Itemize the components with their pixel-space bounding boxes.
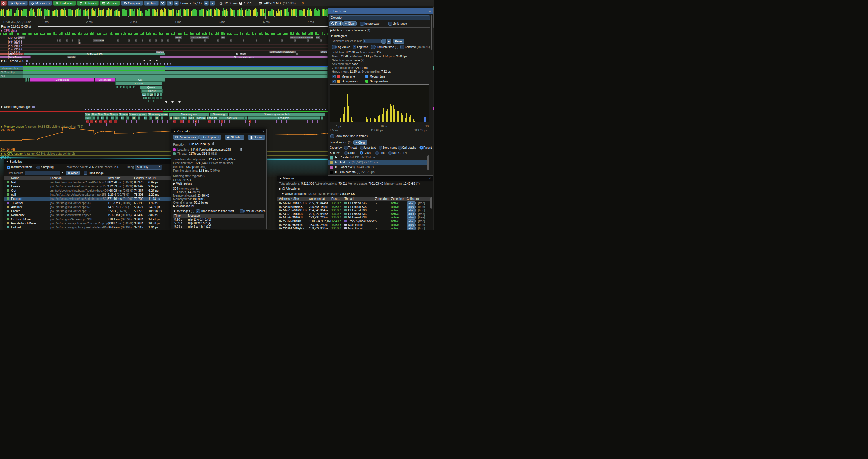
frame-bar[interactable] — [117, 9, 118, 16]
alloc-button[interactable]: alloc — [407, 227, 415, 230]
timeline-zone-bar[interactable] — [126, 116, 129, 120]
frame-bar[interactable] — [53, 11, 54, 16]
frame-bar[interactable] — [15, 13, 16, 16]
mean-time-checkbox[interactable] — [332, 75, 336, 78]
cpu-zone-k[interactable]: k — [79, 42, 81, 44]
timeline-zone-Queue[interactable]: Queue — [141, 89, 162, 93]
frame-bar[interactable] — [195, 9, 196, 16]
timeline-zone-bar[interactable] — [116, 86, 117, 89]
frame-bar[interactable] — [178, 10, 179, 16]
timeline-zone-LoU[interactable]: LoU — [173, 116, 180, 120]
frame-bar[interactable] — [207, 11, 208, 16]
frame-bar[interactable] — [0, 11, 1, 16]
frame-bar[interactable] — [309, 10, 310, 16]
cpu-zone-c[interactable] — [149, 39, 151, 42]
free-link[interactable]: [free] — [418, 223, 425, 227]
frame-bar[interactable] — [281, 10, 282, 16]
frame-bar[interactable] — [147, 11, 148, 16]
message-c-box[interactable]: C — [195, 120, 197, 123]
frame-bar[interactable] — [188, 9, 189, 16]
frame-bar[interactable] — [191, 11, 192, 16]
free-link[interactable]: [free] — [418, 216, 425, 219]
timeline-zone-Strean[interactable]: Strean — [85, 112, 91, 116]
vertical-scrollbar[interactable] — [433, 6, 434, 230]
sort-by-mtpc[interactable] — [388, 151, 392, 155]
time-relative-checkbox[interactable] — [196, 209, 200, 213]
timeline-zone-bar[interactable] — [145, 97, 146, 99]
frame-bar[interactable] — [264, 13, 265, 16]
active-allocations-toggle[interactable]: ▼ Active allocations (70,311) Memory usa… — [281, 192, 355, 195]
timeline-zone-bar[interactable] — [161, 116, 163, 120]
timeline-zone-U[interactable]: U — [100, 116, 104, 120]
frame-bar[interactable] — [312, 11, 313, 16]
statistics-button[interactable]: Statistics — [225, 135, 244, 139]
frame-bar[interactable] — [322, 9, 322, 16]
self-time-checkbox[interactable] — [400, 45, 404, 49]
frame-bar[interactable] — [155, 10, 156, 16]
frame-bar[interactable] — [233, 10, 234, 16]
cpu-zone-c[interactable] — [281, 39, 283, 42]
frame-bar[interactable] — [63, 10, 64, 16]
info-button[interactable]: Info — [144, 1, 158, 6]
frame-bar[interactable] — [292, 10, 293, 16]
alloc-button[interactable]: alloc — [407, 223, 415, 227]
found-zone-group[interactable]: AddTree (18,542) 227.19 ms — [340, 160, 378, 164]
find-zone-titlebar[interactable]: ▼ Find zone ✕ — [328, 8, 433, 14]
timeline-zone-Strea[interactable]: Strea — [97, 112, 103, 116]
timeline-zone-LcU[interactable]: LcU — [85, 116, 92, 120]
timeline-zone-bar[interactable] — [154, 97, 155, 99]
allocations-list-toggle[interactable]: ▶ Allocations list — [173, 204, 194, 207]
timeline-zone-bar[interactable] — [129, 86, 129, 88]
alloc-button[interactable]: alloc — [407, 205, 415, 209]
reset-button[interactable]: Reset — [393, 39, 404, 44]
cpu-zone-c[interactable] — [243, 39, 244, 42]
timeline-zone-Streaming worker task[interactable]: Streaming worker task — [229, 112, 325, 116]
free-link[interactable]: [free] — [418, 201, 425, 205]
frame-bar[interactable] — [253, 10, 254, 16]
mem-col-2[interactable]: Appeared at — [309, 197, 325, 200]
zoom-search-button[interactable] — [167, 1, 173, 6]
message-marker-icon[interactable] — [165, 101, 167, 103]
log-values-checkbox[interactable] — [332, 45, 336, 49]
timeline-zone-U[interactable]: U — [144, 116, 147, 120]
frame-bar[interactable] — [124, 9, 125, 16]
frame-bar[interactable] — [89, 9, 89, 16]
frame-bar[interactable] — [160, 10, 161, 16]
frame-bar[interactable] — [237, 10, 238, 16]
timeline-zone-LoadDaU[interactable]: LoadDaU — [195, 116, 206, 120]
frame-bar[interactable] — [163, 12, 164, 16]
frame-bar[interactable] — [65, 10, 66, 16]
alloc-button[interactable]: alloc — [407, 212, 415, 216]
frame-bar[interactable] — [100, 10, 101, 16]
frame-bar[interactable] — [93, 10, 94, 16]
histogram[interactable] — [330, 85, 429, 122]
message-c-box[interactable]: C — [95, 120, 97, 123]
cpu-zone-c[interactable] — [135, 39, 137, 42]
frame-bar[interactable] — [60, 10, 61, 16]
frame-bar[interactable] — [190, 11, 190, 16]
frame-bar[interactable] — [208, 9, 209, 16]
sort-by-count[interactable] — [360, 151, 363, 155]
frame-bar[interactable] — [260, 9, 260, 16]
cpu-zone-c[interactable] — [269, 39, 270, 42]
frame-bar[interactable] — [308, 8, 309, 16]
min-bin-increase-button[interactable]: + — [386, 39, 391, 44]
alloc-button[interactable]: alloc — [407, 219, 415, 223]
cpu-zone-c[interactable] — [128, 39, 130, 42]
frame-bar[interactable] — [2, 10, 3, 16]
frame-bar[interactable] — [294, 9, 295, 16]
mem-col-0[interactable]: Address — [279, 197, 290, 200]
options-button[interactable]: Options — [8, 1, 28, 6]
frame-bar[interactable] — [57, 10, 58, 16]
frame-bar[interactable] — [46, 10, 47, 16]
frame-bar[interactable] — [242, 10, 243, 16]
timeline-zone-bar[interactable] — [116, 116, 118, 120]
frame-bar[interactable] — [69, 9, 70, 16]
frame-bar[interactable] — [213, 10, 213, 16]
frame-bar[interactable] — [159, 10, 159, 16]
message-marker-icon[interactable] — [156, 60, 158, 61]
cpu-zone-c[interactable] — [307, 39, 309, 42]
timeline-zone-Loa[interactable]: Loa — [149, 93, 153, 96]
timeline-zone-Streaming[interactable]: Streaming — [210, 112, 228, 116]
copy-icon-wrap[interactable] — [212, 142, 215, 146]
